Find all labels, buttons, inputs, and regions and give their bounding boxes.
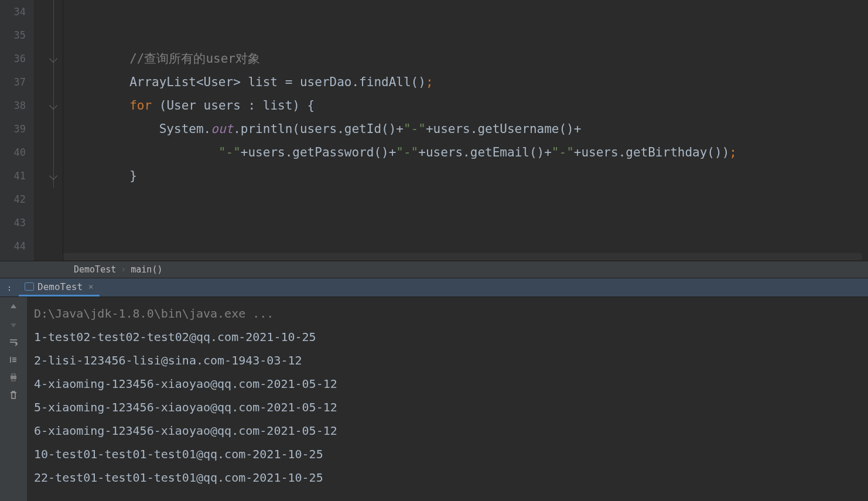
soft-wrap-icon[interactable] [8, 337, 19, 347]
semicolon: ; [729, 145, 737, 159]
code-text: +users.getBirthday()) [574, 145, 730, 159]
string: "-" [396, 145, 418, 159]
keyword: for [129, 98, 152, 113]
console-line: 2-lisi-123456-lisi@sina.com-1943-03-12 [34, 349, 861, 372]
fold-guide [53, 0, 54, 188]
code-line[interactable]: //查询所有的user对象 [70, 47, 868, 70]
breadcrumb-bar: DemoTest › main() [0, 261, 868, 278]
code-line[interactable] [70, 188, 868, 211]
code-line[interactable]: } [70, 164, 868, 188]
code-text: +users.getUsername()+ [426, 122, 582, 136]
console-output[interactable]: D:\Java\jdk-1.8.0\bin\java.exe ... 1-tes… [27, 297, 868, 501]
line-number[interactable]: 43 [0, 211, 26, 234]
breadcrumb-method[interactable]: main() [126, 264, 167, 275]
fold-column [34, 0, 63, 261]
code-line[interactable]: for (User users : list) { [70, 94, 868, 117]
line-number[interactable]: 39 [0, 117, 26, 141]
arrow-up-icon[interactable] [8, 302, 19, 312]
string: "-" [218, 145, 241, 159]
code-text: } [129, 169, 137, 183]
semicolon: ; [426, 75, 433, 89]
line-number[interactable]: 41 [0, 164, 26, 188]
console-line: 10-test01-test01-test01@qq.com-2021-10-2… [34, 442, 861, 466]
line-number[interactable]: 37 [0, 70, 26, 94]
line-gutter: 34 35 36 37 38 39 40 41 42 43 44 [0, 0, 34, 261]
trash-icon[interactable] [8, 390, 19, 400]
console-command: D:\Java\jdk-1.8.0\bin\java.exe ... [34, 302, 861, 325]
code-text: (User users : list) { [152, 98, 315, 113]
horizontal-scrollbar[interactable] [63, 253, 862, 260]
code-text: +users.getEmail()+ [418, 145, 552, 159]
code-line[interactable]: System.out.println(users.getId()+"-"+use… [70, 117, 868, 141]
line-number[interactable]: 42 [0, 188, 26, 211]
close-icon[interactable]: × [88, 282, 93, 291]
line-number[interactable]: 38 [0, 94, 26, 117]
run-label: : [0, 283, 19, 292]
run-tab-demotest[interactable]: DemoTest × [19, 278, 100, 296]
string: "-" [552, 145, 574, 159]
code-line[interactable] [70, 0, 868, 23]
line-number[interactable]: 44 [0, 234, 26, 258]
code-text: +users.getPassword()+ [241, 145, 397, 159]
console-line: 1-test02-test02-test02@qq.com-2021-10-25 [34, 325, 861, 349]
code-line[interactable]: "-"+users.getPassword()+"-"+users.getEma… [70, 141, 868, 164]
code-text: System. [159, 122, 211, 136]
console-toolbar [0, 297, 27, 501]
run-config-icon [25, 282, 34, 291]
string: "-" [404, 122, 426, 136]
code-text: .println(users.getId()+ [233, 122, 404, 136]
print-icon[interactable] [8, 372, 19, 383]
arrow-down-icon[interactable] [8, 319, 19, 330]
code-editor[interactable]: //查询所有的user对象 ArrayList<User> list = use… [63, 0, 868, 261]
console-line: 6-xiaoming-123456-xiaoyao@qq.com-2021-05… [34, 419, 861, 442]
comment-text: //查询所有的user对象 [129, 52, 260, 66]
fold-toggle-icon[interactable] [49, 54, 57, 63]
console-line: 5-xiaoming-123456-xiaoyao@qq.com-2021-05… [34, 396, 861, 419]
line-number[interactable]: 34 [0, 0, 26, 23]
line-number[interactable]: 35 [0, 23, 26, 47]
code-line[interactable] [70, 23, 868, 47]
scroll-to-end-icon[interactable] [8, 355, 19, 365]
run-tab-label: DemoTest [37, 281, 83, 292]
console-line: 4-xiaoming-123456-xiaoyao@qq.com-2021-05… [34, 372, 861, 396]
code-text: ArrayList<User> list = userDao.findAll() [129, 75, 426, 89]
run-tab-bar: : DemoTest × [0, 278, 868, 297]
console-area: D:\Java\jdk-1.8.0\bin\java.exe ... 1-tes… [0, 297, 868, 501]
fold-toggle-icon[interactable] [49, 172, 57, 180]
line-number[interactable]: 40 [0, 141, 26, 164]
editor-area: 34 35 36 37 38 39 40 41 42 43 44 //查询所有的… [0, 0, 868, 261]
console-line: 22-test01-test01-test01@qq.com-2021-10-2… [34, 466, 861, 489]
fold-toggle-icon[interactable] [49, 101, 57, 110]
chevron-right-icon: › [121, 264, 126, 275]
code-line[interactable]: ArrayList<User> list = userDao.findAll()… [70, 70, 868, 94]
code-line[interactable] [70, 211, 868, 234]
line-number[interactable]: 36 [0, 47, 26, 70]
breadcrumb-class[interactable]: DemoTest [69, 264, 121, 275]
static-field: out [211, 122, 233, 136]
